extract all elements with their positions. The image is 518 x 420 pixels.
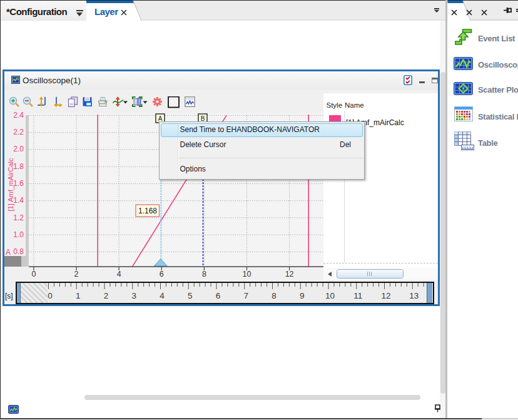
svg-text:5: 5 — [187, 291, 192, 300]
svg-text:12: 12 — [381, 291, 390, 300]
svg-text:3: 3 — [131, 291, 136, 300]
svg-text:8: 8 — [272, 291, 277, 300]
svg-text:6: 6 — [215, 291, 220, 300]
svg-text:7: 7 — [243, 291, 248, 300]
svg-text:4: 4 — [160, 291, 165, 300]
svg-text:1.168: 1.168 — [138, 207, 157, 215]
svg-text:9: 9 — [299, 291, 304, 300]
svg-text:13: 13 — [409, 291, 419, 300]
svg-text:2: 2 — [103, 291, 108, 300]
svg-text:10: 10 — [325, 291, 334, 300]
svg-text:1: 1 — [75, 291, 80, 300]
svg-text:0: 0 — [48, 291, 53, 300]
svg-text:11: 11 — [353, 291, 362, 300]
